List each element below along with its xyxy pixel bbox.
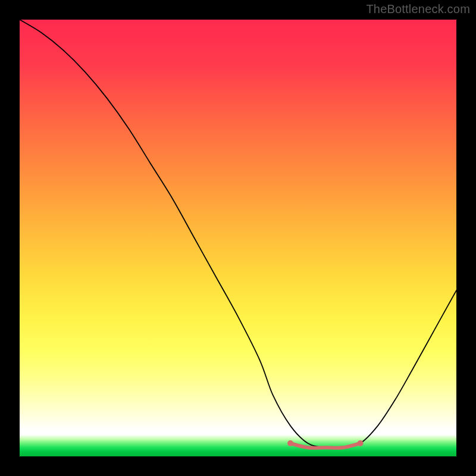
optimal-range-endpoint: [358, 440, 364, 446]
bottleneck-curve: [20, 20, 456, 448]
chart-frame: TheBottleneck.com: [0, 0, 476, 476]
chart-svg: [20, 20, 456, 456]
optimal-range-line: [290, 443, 360, 448]
optimal-range-endpoint: [287, 440, 293, 446]
watermark-text: TheBottleneck.com: [366, 2, 470, 16]
plot-area: [20, 20, 456, 456]
